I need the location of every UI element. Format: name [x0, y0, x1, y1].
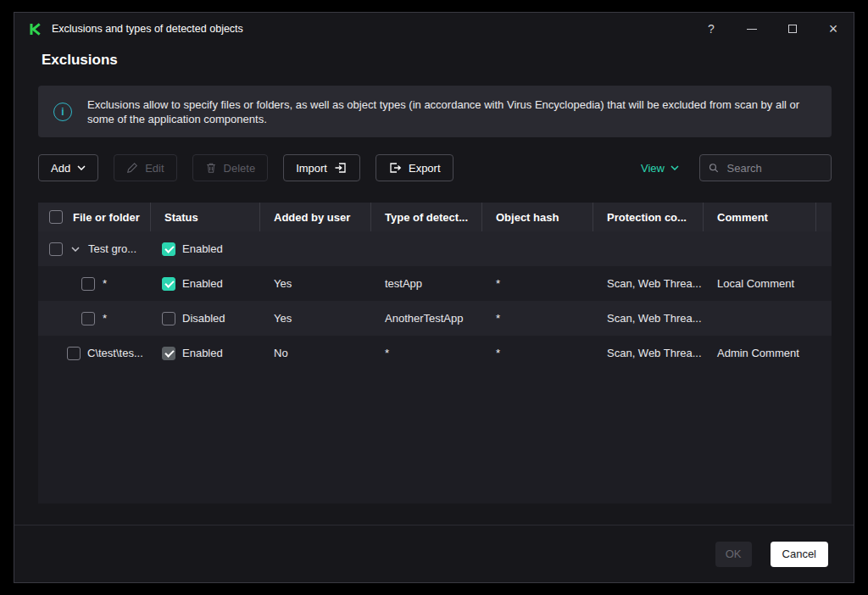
status-label: Enabled	[182, 347, 223, 359]
table-row[interactable]: * Disabled Yes AnotherTestApp * Scan, We…	[38, 301, 832, 336]
protection-components-value: Scan, Web Threa...	[593, 336, 704, 370]
table-row-group[interactable]: Test gro... Enabled	[38, 231, 832, 266]
info-icon: i	[53, 103, 72, 121]
title-bar: Exclusions and types of detected objects…	[14, 13, 854, 45]
row-select-checkbox[interactable]	[49, 242, 63, 256]
file-or-folder-value: *	[103, 277, 107, 290]
added-by-user-value: Yes	[260, 266, 371, 301]
column-header-protection-components[interactable]: Protection co...	[593, 203, 704, 231]
protection-components-value: Scan, Web Threa...	[593, 266, 704, 301]
comment-value	[704, 301, 816, 336]
export-button[interactable]: Export	[376, 154, 453, 181]
comment-value: Admin Comment	[704, 336, 816, 370]
delete-button-label: Delete	[224, 162, 256, 175]
status-label: Enabled	[182, 242, 223, 255]
import-icon	[334, 161, 348, 175]
view-dropdown-label: View	[641, 162, 665, 175]
column-header-status[interactable]: Status	[151, 203, 260, 231]
row-select-checkbox[interactable]	[67, 347, 81, 360]
object-hash-value: *	[482, 266, 593, 301]
row-select-checkbox[interactable]	[81, 277, 95, 291]
chevron-down-icon	[670, 165, 679, 170]
kaspersky-logo-icon	[28, 22, 42, 36]
object-hash-value: *	[482, 336, 593, 370]
column-header-comment[interactable]: Comment	[704, 203, 816, 231]
maximize-icon	[788, 25, 797, 33]
import-button[interactable]: Import	[283, 154, 360, 181]
status-checkbox[interactable]	[162, 277, 175, 291]
close-button[interactable]: ×	[826, 22, 840, 36]
column-header-object-hash[interactable]: Object hash	[482, 203, 593, 231]
added-by-user-value: No	[260, 336, 371, 370]
column-header-type-of-detected[interactable]: Type of detect...	[371, 203, 482, 231]
exclusions-table: File or folder Status Added by user Type…	[38, 203, 832, 503]
edit-button-label: Edit	[145, 162, 164, 175]
status-checkbox[interactable]	[162, 312, 175, 325]
ok-button[interactable]: OK	[715, 542, 752, 567]
export-icon	[388, 161, 402, 175]
table-row[interactable]: C\test\tes... Enabled No * * Scan, Web T…	[38, 336, 832, 370]
expand-chevron-icon[interactable]	[71, 247, 80, 252]
page-title: Exclusions	[42, 52, 118, 69]
column-header-spacer	[816, 203, 832, 231]
pencil-icon	[126, 162, 138, 174]
toolbar: Add Edit Delete Import Export View	[38, 154, 832, 181]
edit-button[interactable]: Edit	[114, 154, 176, 181]
file-or-folder-value: Test gro...	[88, 242, 136, 255]
view-dropdown[interactable]: View	[641, 162, 679, 175]
cancel-button[interactable]: Cancel	[771, 542, 828, 567]
maximize-button[interactable]	[786, 22, 799, 36]
search-input[interactable]	[726, 161, 822, 175]
export-button-label: Export	[409, 162, 441, 175]
type-of-detected-value: testApp	[371, 266, 482, 301]
status-label: Disabled	[182, 312, 225, 325]
column-header-added-by-user[interactable]: Added by user	[260, 203, 371, 231]
dialog-footer: OK Cancel	[14, 525, 854, 582]
status-checkbox[interactable]	[162, 347, 175, 360]
help-button[interactable]: ?	[704, 22, 718, 36]
file-or-folder-value: *	[103, 312, 107, 325]
delete-button[interactable]: Delete	[192, 154, 269, 181]
row-select-checkbox[interactable]	[81, 312, 95, 325]
chevron-down-icon	[77, 165, 86, 170]
search-box	[699, 154, 832, 181]
exclusions-window: Exclusions and types of detected objects…	[14, 12, 854, 583]
info-banner: i Exclusions allow to specify files or f…	[38, 86, 832, 137]
object-hash-value: *	[482, 301, 593, 336]
table-row[interactable]: * Enabled Yes testApp * Scan, Web Threa.…	[38, 266, 832, 301]
added-by-user-value: Yes	[260, 301, 371, 336]
type-of-detected-value: *	[371, 336, 482, 370]
status-checkbox[interactable]	[162, 242, 175, 256]
window-title: Exclusions and types of detected objects	[52, 23, 243, 35]
minimize-button[interactable]	[745, 22, 759, 36]
comment-value: Local Comment	[704, 266, 816, 301]
trash-icon	[205, 162, 217, 174]
minimize-icon	[747, 29, 757, 30]
add-button-label: Add	[51, 162, 70, 175]
info-banner-text: Exclusions allow to specify files or fol…	[87, 97, 815, 126]
column-header-file-or-folder[interactable]: File or folder	[38, 203, 151, 231]
table-header: File or folder Status Added by user Type…	[38, 203, 832, 231]
type-of-detected-value: AnotherTestApp	[371, 301, 482, 336]
search-icon	[709, 162, 719, 174]
protection-components-value: Scan, Web Threa...	[593, 301, 704, 336]
status-label: Enabled	[182, 277, 223, 290]
import-button-label: Import	[296, 162, 327, 175]
add-button[interactable]: Add	[38, 154, 98, 181]
select-all-checkbox[interactable]	[49, 210, 63, 224]
file-or-folder-value: C\test\tes...	[87, 347, 143, 359]
